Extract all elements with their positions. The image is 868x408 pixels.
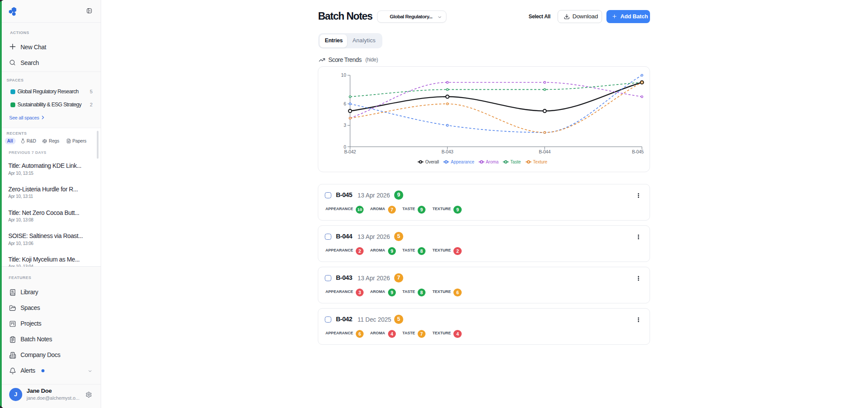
svg-text:Overall: Overall: [425, 160, 439, 164]
svg-text:Appearance: Appearance: [451, 160, 474, 164]
svg-text:B-045: B-045: [632, 149, 643, 154]
svg-text:Taste: Taste: [511, 160, 521, 164]
svg-text:B-042: B-042: [344, 149, 356, 154]
svg-text:3: 3: [344, 122, 346, 128]
svg-text:0: 0: [344, 144, 346, 150]
svg-text:10: 10: [341, 72, 346, 78]
svg-text:B-044: B-044: [539, 149, 551, 154]
svg-text:Texture: Texture: [533, 160, 548, 164]
svg-text:6: 6: [344, 101, 346, 106]
svg-text:Aroma: Aroma: [486, 160, 499, 164]
svg-text:B-043: B-043: [442, 149, 453, 154]
